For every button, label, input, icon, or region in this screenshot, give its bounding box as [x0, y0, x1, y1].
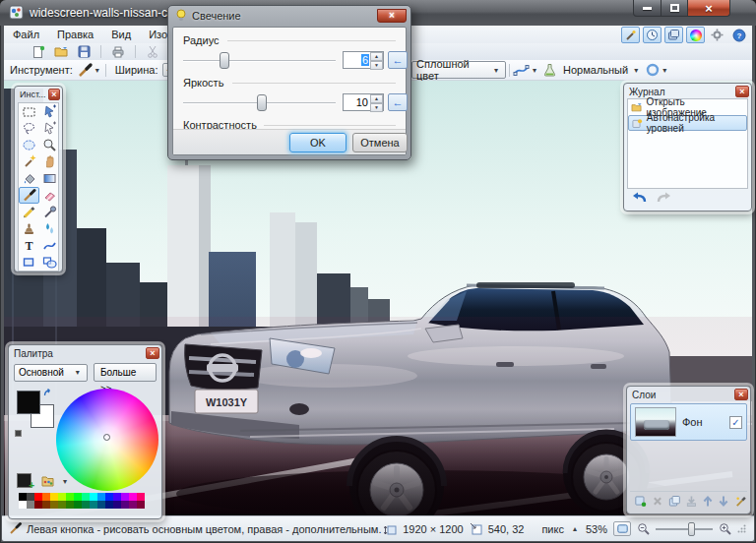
tool-paint-bucket[interactable] [19, 170, 39, 187]
tool-color-picker[interactable] [39, 204, 60, 220]
spin-down-icon[interactable]: ▼ [370, 61, 383, 70]
palette-swatch[interactable] [74, 501, 82, 509]
tools-window-toggle[interactable] [621, 27, 640, 43]
palette-swatch[interactable] [66, 493, 74, 501]
glow-dialog-close-button[interactable]: × [377, 9, 407, 23]
antialias-flask-icon[interactable] [543, 63, 556, 77]
add-color-button[interactable]: + [17, 473, 32, 488]
menu-file[interactable]: Файл [4, 27, 48, 42]
curve-style-icon[interactable] [513, 63, 530, 77]
save-button[interactable] [75, 44, 93, 59]
tool-paintbrush[interactable] [19, 187, 39, 204]
tool-lasso-select[interactable] [19, 120, 39, 137]
palette-close-button[interactable]: × [146, 347, 159, 359]
palette-swatch[interactable] [113, 493, 121, 501]
ok-button[interactable]: OK [289, 133, 346, 152]
radius-reset-button[interactable]: ← [388, 51, 408, 69]
undo-icon[interactable] [631, 192, 647, 204]
primary-color-chip[interactable] [17, 391, 40, 414]
palette-titlebar[interactable]: Палитра × [9, 345, 161, 360]
units-dropdown-arrow[interactable]: ▴ [573, 524, 577, 533]
palette-swatch[interactable] [113, 501, 121, 509]
tool-eraser[interactable] [39, 187, 60, 204]
layer-visible-checkbox[interactable]: ✓ [729, 416, 742, 429]
palette-swatch[interactable] [105, 493, 113, 501]
tool-magic-wand[interactable] [19, 153, 39, 170]
minimize-button[interactable] [633, 0, 662, 17]
tool-pencil[interactable] [19, 204, 39, 220]
layer-properties-icon[interactable] [734, 495, 747, 508]
layer-row-background[interactable]: Фон ✓ [630, 403, 747, 441]
palette-swatch[interactable] [19, 493, 27, 501]
color-mode-dropdown[interactable]: Основной ▾ [14, 364, 88, 382]
menu-view[interactable]: Вид [102, 27, 140, 42]
palette-swatch[interactable] [121, 501, 129, 509]
palette-swatch[interactable] [50, 493, 58, 501]
more-button[interactable]: Больше >> [94, 363, 157, 382]
palette-swatch[interactable] [105, 501, 113, 509]
blend-circle-icon[interactable] [646, 63, 660, 77]
palette-swatch[interactable] [42, 493, 50, 501]
palette-swatch[interactable] [97, 493, 105, 501]
glow-dialog[interactable]: Свечение × Радиус 6 ▲▼ ← Яркость 10 ▲▼ ← [167, 5, 411, 160]
blend-mode-value[interactable]: Нормальный [563, 64, 628, 76]
tool-line-curve[interactable] [39, 237, 60, 254]
zoom-in-icon[interactable] [719, 522, 731, 535]
blend-circle-arrow[interactable]: ▾ [662, 66, 666, 75]
tool-pan[interactable] [39, 153, 60, 170]
history-item-autolevel[interactable]: Автонастройка уровней [628, 115, 747, 131]
open-button[interactable] [52, 44, 70, 59]
swap-colors-icon[interactable] [43, 389, 54, 399]
print-button[interactable] [109, 44, 127, 59]
brightness-spinner[interactable]: ▲▼ [370, 94, 383, 110]
palette-manage-icon[interactable] [40, 473, 56, 488]
tool-ellipse-select[interactable] [19, 137, 39, 153]
radius-input[interactable]: 6 ▲▼ [343, 51, 384, 69]
tool-move-selection[interactable] [39, 120, 60, 137]
palette-swatch[interactable] [137, 501, 145, 509]
glow-dialog-titlebar[interactable]: Свечение × [168, 6, 410, 26]
palette-swatch[interactable] [82, 501, 90, 509]
cancel-button[interactable]: Отмена [352, 133, 408, 152]
move-layer-up-icon[interactable] [703, 495, 713, 508]
close-button[interactable]: × [688, 0, 730, 17]
palette-swatch[interactable] [90, 501, 97, 509]
palette-swatch[interactable] [74, 493, 82, 501]
palette-swatch[interactable] [97, 501, 105, 509]
zoom-slider[interactable] [656, 522, 713, 536]
settings-button[interactable] [708, 27, 726, 43]
palette-swatch[interactable] [90, 493, 97, 501]
resize-grip[interactable] [737, 524, 746, 533]
tool-move-selected-pixels[interactable] [39, 103, 60, 120]
cut-button[interactable] [144, 44, 161, 59]
color-wheel-marker[interactable] [103, 434, 110, 441]
palette-swatch[interactable] [66, 501, 74, 509]
brightness-slider-thumb[interactable] [257, 94, 267, 111]
tool-dropdown-arrow[interactable]: ▾ [95, 66, 99, 75]
palette-swatch[interactable] [137, 493, 145, 501]
zoom-to-window-button[interactable] [613, 521, 631, 536]
tool-text[interactable]: T [19, 237, 39, 254]
add-layer-icon[interactable] [634, 495, 647, 508]
palette-swatch[interactable] [50, 501, 58, 509]
brightness-input[interactable]: 10 ▲▼ [343, 93, 384, 111]
layers-titlebar[interactable]: Слои × [627, 387, 750, 401]
duplicate-layer-icon[interactable] [668, 495, 681, 508]
palette-swatch[interactable] [129, 501, 137, 509]
palette-swatch[interactable] [42, 501, 50, 509]
curve-style-arrow[interactable]: ▾ [533, 66, 536, 75]
tool-zoom[interactable] [39, 137, 60, 153]
spin-down-icon[interactable]: ▼ [370, 103, 383, 112]
maximize-button[interactable] [662, 0, 688, 17]
move-layer-down-icon[interactable] [719, 495, 728, 508]
palette-swatch[interactable] [82, 493, 90, 501]
delete-layer-icon[interactable] [653, 496, 662, 507]
palette-swatch[interactable] [121, 493, 129, 501]
redo-icon[interactable] [657, 192, 672, 204]
menu-edit[interactable]: Правка [48, 27, 102, 42]
zoom-out-icon[interactable] [637, 522, 650, 535]
palette-swatch[interactable] [58, 501, 66, 509]
tool-shape-ellipse[interactable] [39, 254, 60, 271]
palette-swatch[interactable] [27, 501, 34, 509]
radius-spinner[interactable]: ▲▼ [370, 52, 383, 68]
